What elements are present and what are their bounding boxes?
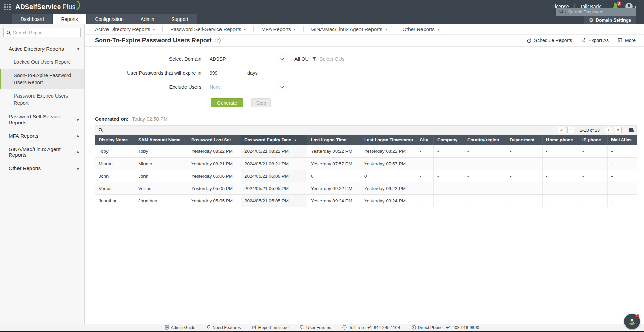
alarm-clock-icon [527,38,532,43]
table-cell: - [579,170,608,182]
expire-days-input[interactable] [206,68,242,77]
table-row[interactable]: TobyTobyYesterday 08:22 PM2024/05/21 08:… [95,145,637,157]
employee-search-input[interactable] [568,9,633,14]
days-unit-label: days [247,70,258,76]
tab-support[interactable]: Support [163,14,197,24]
report-search-input[interactable] [13,30,78,35]
sidebar-nav: Active Directory Reports▾Locked Out User… [0,42,84,175]
generate-button[interactable]: Generate [211,98,243,107]
domain-select[interactable]: ADSSP [206,54,287,63]
sidebar-section-other-reports[interactable]: Other Reports▸ [0,162,84,175]
footer-link-admin-guide[interactable]: Admin Guide [160,325,201,330]
report-title-row: Soon-To-Expire Password Users Report ? S… [85,35,644,47]
chevron-down-icon[interactable] [278,54,287,63]
table-cell: - [416,170,434,182]
column-header-country-region[interactable]: Country/region [464,135,506,145]
add-remove-columns-icon[interactable] [628,127,634,133]
report-nav-mfa-reports[interactable]: MFA Reports▾ [254,26,303,32]
sidebar-item-soon-to-expire-password-users-report[interactable]: Soon-To-Expire Password Users Report [0,69,84,89]
table-row[interactable]: VenusVenusYesterday 05:05 PM2024/05/21 0… [95,182,637,194]
report-nav-active-directory-reports[interactable]: Active Directory Reports▾ [95,26,162,32]
table-row[interactable]: JonathanJonathanYesterday 05:05 PM2024/0… [95,194,637,207]
gear-icon: ⚙ [589,17,593,23]
column-header-sam-account-name[interactable]: SAM Account Name [135,135,188,145]
column-header-last-logon-time[interactable]: Last Logon Time [307,135,361,145]
footer-link-toll-free-1-844-245-1104[interactable]: Toll free : +1-844-245-1104 [337,325,406,330]
footer-link-label: User Forums [306,325,331,330]
tab-dashboard[interactable]: Dashboard [12,14,52,24]
column-header-ip-phone[interactable]: IP phone [579,135,608,145]
report-nav-label: GINA/Mac/Linux Agent Reports [311,26,382,32]
footer-link-need-features[interactable]: Need Features [201,325,247,330]
column-header-display-name[interactable]: Display Name [95,135,135,145]
report-table-wrap: « ‹ 1-13 of 13 › » Display NameSAM Accou… [95,125,637,207]
column-header-last-logon-timestamp[interactable]: Last Logon Timestamp [361,135,416,145]
column-header-label: IP phone [582,137,601,142]
table-cell: 0 [307,170,361,182]
sidebar-section-mfa-reports[interactable]: MFA Reports▸ [0,129,84,142]
chevron-down-icon: ▾ [244,27,246,32]
table-cell: - [579,145,608,157]
next-page-button[interactable]: › [605,127,612,133]
last-page-button[interactable]: » [615,127,622,133]
sidebar-item-password-expired-users-report[interactable]: Password Expired Users Report [0,89,84,110]
ou-selection: All OU Select OUs [294,56,344,62]
sidebar-item-locked-out-users-report[interactable]: Locked Out Users Report [0,55,84,69]
table-cell: - [543,157,579,170]
table-search-icon[interactable] [98,128,103,133]
tab-configuration[interactable]: Configuration [87,14,132,24]
column-header-department[interactable]: Department [506,135,543,145]
table-cell: - [608,170,637,182]
table-cell: Yesterday 05:05 PM [188,194,241,207]
tab-admin[interactable]: Admin [132,14,163,24]
stop-button[interactable]: Stop [251,98,271,107]
first-page-button[interactable]: « [558,127,565,133]
table-row[interactable]: MinatoMinatoYesterday 08:21 PM2024/05/21… [95,157,637,170]
help-icon[interactable]: ? [215,38,221,43]
chevron-down-icon: ▾ [294,27,296,32]
prev-page-button[interactable]: ‹ [567,127,574,133]
more-grid-icon [618,38,622,43]
export-as-button[interactable]: Export As [581,38,609,43]
chevron-down-icon: ▾ [77,47,79,51]
schedule-reports-button[interactable]: Schedule Reports [527,38,572,43]
table-row[interactable]: JohnJohnYesterday 05:06 PM2024/05/21 05:… [95,170,637,182]
sidebar-section-active-directory-reports[interactable]: Active Directory Reports▾ [0,42,84,55]
table-cell: Toby [95,145,135,157]
exclude-users-select[interactable]: None [206,82,287,91]
footer-link-user-forums[interactable]: User Forums [294,325,337,330]
column-header-company[interactable]: Company [434,135,464,145]
ou-filter-icon[interactable] [312,57,316,61]
support-chat-button[interactable] [624,314,640,329]
tab-reports[interactable]: Reports [53,14,86,24]
column-header-mail-alias[interactable]: Mail Alias [608,135,637,145]
table-cell: - [608,145,637,157]
pagination-range: 1-13 of 13 [580,128,600,133]
column-header-password-last-set[interactable]: Password Last Set [188,135,241,145]
table-cell: - [464,194,506,207]
table-cell: Yesterday 05:05 PM [188,182,241,194]
chevron-down-icon[interactable]: ▾ [565,11,566,14]
column-header-city[interactable]: City [416,135,434,145]
report-main: Active Directory Reports▾Password Self-S… [85,24,644,324]
report-nav-gina-mac-linux-agent-reports[interactable]: GINA/Mac/Linux Agent Reports▾ [304,26,395,32]
app-grid-icon[interactable] [4,4,11,10]
report-nav-other-reports[interactable]: Other Reports▾ [395,26,447,32]
sidebar-section-password-self-service-reports[interactable]: Password Self-Service Reports▸ [0,110,84,129]
footer-link-report-an-issue[interactable]: Report an Issue [247,325,294,330]
domain-settings-button[interactable]: ⚙ Domain Settings [584,16,636,24]
column-header-home-phone[interactable]: Home phone [543,135,579,145]
column-header-password-expiry-date[interactable]: Password Expiry Date▼ [241,135,307,145]
column-header-label: Last Logon Time [311,137,346,142]
chevron-down-icon[interactable] [278,82,287,91]
footer-link-direct-phone-1-408-916-9890[interactable]: Direct Phone : +1-408-916-9890 [406,325,485,330]
table-cell: - [506,145,543,157]
notification-badge: 2 [617,1,621,6]
sidebar-section-gina-mac-linux-agent-reports[interactable]: GINA/Mac/Linux Agent Reports▸ [0,142,84,162]
forum-icon [300,325,304,330]
bulb-icon [207,325,211,330]
report-nav-password-self-service-reports[interactable]: Password Self-Service Reports▾ [163,26,253,32]
more-button[interactable]: More [618,38,636,43]
select-ous-link[interactable]: Select OUs [319,56,344,62]
table-cell: Yesterday 09:22 PM [361,182,416,194]
